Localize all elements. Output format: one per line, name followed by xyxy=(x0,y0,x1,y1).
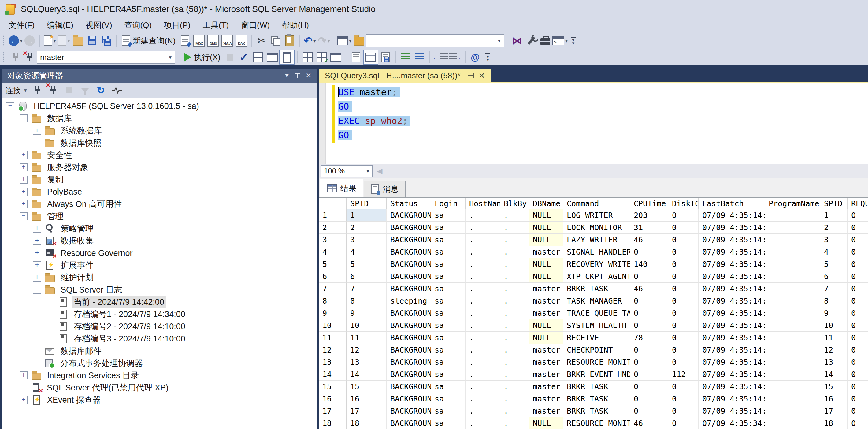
grid-header-cell[interactable]: Command xyxy=(563,198,630,209)
tab-results[interactable]: 结果 xyxy=(320,179,363,197)
grid-cell[interactable]: 78 xyxy=(630,332,668,344)
window-position-icon[interactable]: ▾ xyxy=(285,71,289,80)
change-connection-icon[interactable]: ✕ xyxy=(23,50,37,64)
grid-cell[interactable]: . xyxy=(465,381,500,393)
grid-cell[interactable]: 0 xyxy=(630,307,668,319)
grid-cell[interactable]: sa xyxy=(431,307,465,319)
grid-header-cell[interactable]: BlkBy xyxy=(500,198,529,209)
tree-expander[interactable]: + xyxy=(20,200,28,208)
grid-cell[interactable]: 46 xyxy=(630,234,668,246)
grid-cell[interactable]: SIGNAL HANDLER xyxy=(563,246,630,258)
grid-row-header[interactable]: 9 xyxy=(319,307,346,319)
grid-cell[interactable] xyxy=(765,209,820,221)
grid-cell[interactable]: 4 xyxy=(820,246,847,258)
grid-row-header[interactable]: 18 xyxy=(319,417,346,429)
grid-cell[interactable]: 0 xyxy=(630,319,668,332)
grid-cell[interactable]: . xyxy=(465,405,500,417)
grid-cell[interactable]: 0 xyxy=(630,246,668,258)
grid-cell[interactable]: sa xyxy=(431,295,465,307)
grid-row-header[interactable]: 3 xyxy=(319,234,346,246)
grid-cell[interactable]: 0 xyxy=(847,271,868,283)
grid-cell[interactable]: 0 xyxy=(847,393,868,405)
toolbox-icon[interactable] xyxy=(538,34,552,48)
paste-icon[interactable] xyxy=(283,34,297,48)
grid-cell[interactable] xyxy=(765,393,820,405)
close-icon[interactable]: ✕ xyxy=(306,71,311,80)
grid-header-cell[interactable]: Status xyxy=(386,198,431,209)
grid-cell[interactable]: 11 xyxy=(820,332,847,344)
navigate-back-icon[interactable]: ←▾ xyxy=(8,34,23,48)
cancel-query-icon[interactable] xyxy=(223,50,237,64)
grid-cell[interactable] xyxy=(765,295,820,307)
grid-cell[interactable]: 12 xyxy=(346,344,386,356)
grid-cell[interactable]: 0 xyxy=(630,295,668,307)
grid-cell[interactable]: 0 xyxy=(668,246,699,258)
grid-cell[interactable]: 0 xyxy=(847,356,868,368)
tree-item[interactable]: +XEvent 探查器 xyxy=(2,394,317,406)
grid-cell[interactable]: 13 xyxy=(346,356,386,368)
grid-cell[interactable]: 31 xyxy=(630,221,668,234)
menu-item-t[interactable]: 工具(T) xyxy=(197,19,235,32)
grid-cell[interactable]: 07/09 4:35:14: xyxy=(699,283,765,295)
tree-expander[interactable]: + xyxy=(20,176,28,184)
grid-cell[interactable]: sa xyxy=(431,246,465,258)
tree-expander[interactable]: + xyxy=(20,371,28,379)
grid-cell[interactable]: . xyxy=(465,234,500,246)
tree-expander[interactable]: − xyxy=(20,115,28,122)
tree-item[interactable]: −数据库 xyxy=(2,112,317,125)
grid-cell[interactable] xyxy=(765,283,820,295)
grid-cell[interactable]: BACKGROUND xyxy=(386,258,431,271)
grid-cell[interactable]: BRKR EVENT HNDLR xyxy=(563,368,630,381)
save-icon[interactable] xyxy=(85,34,99,48)
grid-cell[interactable] xyxy=(765,319,820,332)
tree-expander[interactable]: + xyxy=(33,274,41,281)
grid-row-header[interactable]: 16 xyxy=(319,393,346,405)
tree-item[interactable]: −SQL Server 日志 xyxy=(2,284,317,296)
tab-sqlquery3[interactable]: SQLQuery3.sql - H....master (sa (58))* ✕ xyxy=(319,69,491,82)
grid-header-cell[interactable]: CPUTime xyxy=(630,198,668,209)
grid-cell[interactable]: BACKGROUND xyxy=(386,356,431,368)
tree-expander[interactable]: + xyxy=(33,224,41,233)
grid-header-cell[interactable]: DiskIO xyxy=(668,198,699,209)
grid-cell[interactable]: sa xyxy=(431,221,465,234)
redo-icon[interactable]: ↷▾ xyxy=(317,34,331,48)
connect-dropdown[interactable]: 连接 ▾ xyxy=(5,84,27,96)
object-explorer-header[interactable]: 对象资源管理器 ▾ ✕ xyxy=(2,68,317,83)
grid-cell[interactable]: sa xyxy=(431,283,465,295)
grid-cell[interactable]: . xyxy=(500,246,529,258)
results-to-text-icon[interactable] xyxy=(349,50,363,64)
grid-cell[interactable]: RECEIVE xyxy=(563,332,630,344)
tree-expander[interactable]: + xyxy=(33,249,41,257)
grid-cell[interactable]: . xyxy=(500,393,529,405)
grid-cell[interactable]: RESOURCE MONITOR xyxy=(563,356,630,368)
available-databases-combo[interactable]: master▾ xyxy=(37,51,175,64)
grid-cell[interactable]: 0 xyxy=(668,283,699,295)
results-to-file-icon[interactable] xyxy=(378,50,393,64)
grid-cell[interactable]: 07/09 4:35:14: xyxy=(699,234,765,246)
dmx-query-icon[interactable]: DMX xyxy=(206,34,220,48)
grid-cell[interactable]: 0 xyxy=(668,258,699,271)
grid-cell[interactable]: 6 xyxy=(820,271,847,283)
grid-cell[interactable]: 07/09 4:35:14: xyxy=(699,332,765,344)
pin-icon[interactable] xyxy=(468,75,473,76)
dax-query-icon[interactable]: DAX xyxy=(234,34,248,48)
grid-cell[interactable]: . xyxy=(500,234,529,246)
decrease-indent-icon[interactable]: ← xyxy=(433,50,448,64)
grid-row-header[interactable]: 2 xyxy=(319,221,346,234)
refresh-icon[interactable]: ↻ xyxy=(95,84,106,96)
tree-item[interactable]: −管理 xyxy=(2,210,317,222)
grid-cell[interactable]: . xyxy=(465,417,500,429)
grid-cell[interactable]: 3 xyxy=(346,234,386,246)
grid-row-header[interactable]: 11 xyxy=(319,332,346,344)
grid-cell[interactable]: 16 xyxy=(820,393,847,405)
grid-cell[interactable]: master xyxy=(529,356,563,368)
grid-cell[interactable]: 8 xyxy=(346,295,386,307)
grid-cell[interactable]: sa xyxy=(431,332,465,344)
query-options-icon[interactable] xyxy=(265,50,279,64)
tree-item[interactable]: +策略管理 xyxy=(2,222,317,235)
grid-cell[interactable] xyxy=(765,258,820,271)
grid-cell[interactable]: 07/09 4:35:14: xyxy=(699,307,765,319)
grid-cell[interactable]: sa xyxy=(431,258,465,271)
grid-cell[interactable]: 18 xyxy=(346,417,386,429)
grid-cell[interactable]: XTP_CKPT_AGENT xyxy=(563,271,630,283)
